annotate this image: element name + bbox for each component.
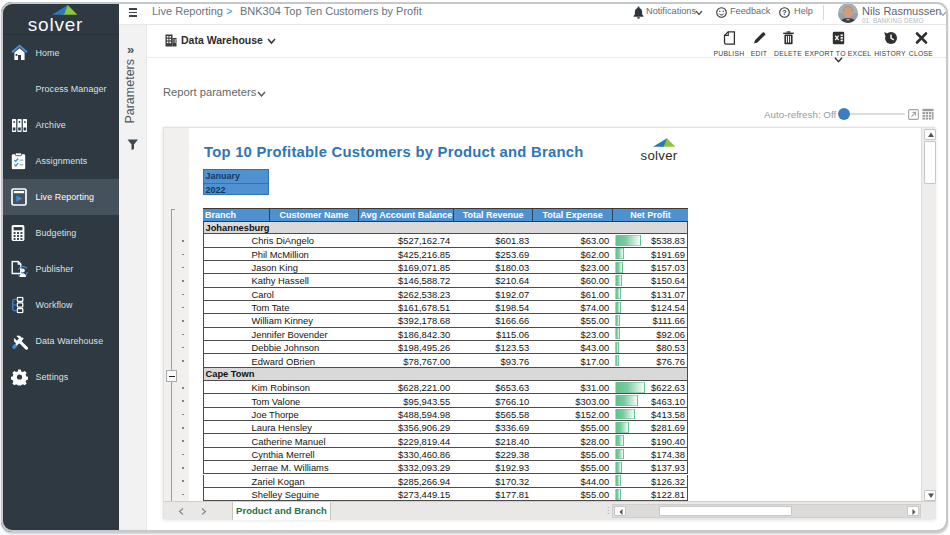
svg-text:?: ? — [782, 9, 786, 16]
